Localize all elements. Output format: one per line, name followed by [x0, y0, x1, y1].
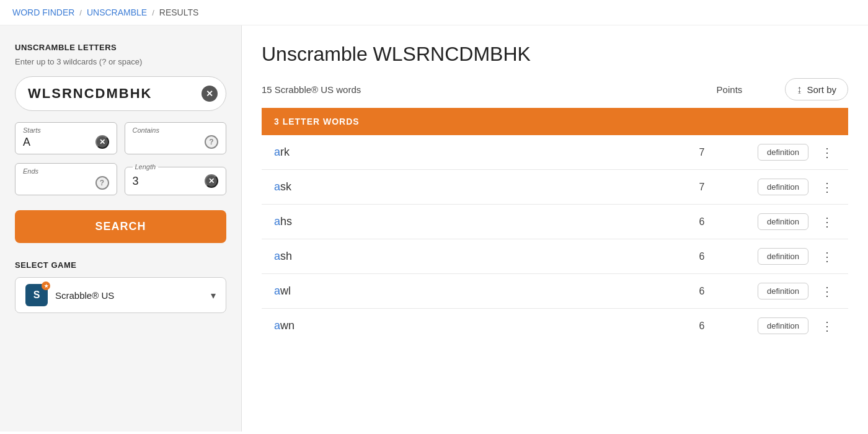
word-table: ark 7 definition ⋮ ask 7 definition ⋮ ah…	[262, 135, 848, 343]
word-actions: definition ⋮	[758, 144, 836, 161]
table-row: awn 6 definition ⋮	[262, 309, 848, 343]
more-options-button[interactable]: ⋮	[818, 285, 836, 298]
points-cell: 6	[646, 321, 758, 332]
contains-label: Contains	[133, 126, 219, 134]
points-cell: 7	[646, 182, 758, 193]
starts-field: Starts A ✕	[15, 122, 117, 154]
word-cell: awn	[274, 319, 646, 332]
word-cell: ahs	[274, 215, 646, 228]
ends-field: Ends ?	[15, 163, 117, 195]
table-row: ask 7 definition ⋮	[262, 170, 848, 205]
word-actions: definition ⋮	[758, 248, 836, 265]
word-actions: definition ⋮	[758, 213, 836, 230]
sidebar: UNSCRAMBLE LETTERS Enter up to 3 wildcar…	[0, 25, 242, 432]
more-options-button[interactable]: ⋮	[818, 250, 836, 263]
points-cell: 6	[646, 286, 758, 297]
game-badge: ★	[42, 281, 50, 290]
sort-label: Sort by	[807, 84, 836, 95]
definition-button[interactable]: definition	[758, 213, 808, 230]
letters-input[interactable]	[15, 76, 226, 111]
word-first-letter: a	[274, 146, 280, 158]
definition-button[interactable]: definition	[758, 179, 808, 195]
contains-field: Contains ?	[125, 122, 227, 154]
definition-button[interactable]: definition	[758, 144, 808, 161]
word-cell: ask	[274, 180, 646, 193]
results-header: 15 Scrabble® US words Points ↨ Sort by	[262, 78, 848, 108]
definition-button[interactable]: definition	[758, 317, 808, 334]
word-rest: hs	[280, 215, 292, 228]
breadcrumb: WORD FINDER / UNSCRAMBLE / RESULTS	[0, 0, 868, 25]
chevron-down-icon: ▾	[211, 290, 216, 301]
results-content: Unscramble WLSRNCDMBHK 15 Scrabble® US w…	[242, 25, 868, 432]
page-title: Unscramble WLSRNCDMBHK	[262, 43, 848, 66]
length-label: Length	[133, 163, 159, 170]
ends-help-button[interactable]: ?	[95, 176, 109, 190]
ends-label: Ends	[23, 167, 109, 175]
sidebar-subtitle: Enter up to 3 wildcards (? or space)	[15, 57, 226, 66]
table-row: ahs 6 definition ⋮	[262, 205, 848, 239]
game-logo: S ★	[25, 284, 48, 306]
word-actions: definition ⋮	[758, 179, 836, 195]
clear-letters-button[interactable]: ✕	[202, 86, 218, 102]
sort-icon: ↨	[797, 84, 802, 95]
word-first-letter: a	[274, 285, 280, 297]
word-first-letter: a	[274, 319, 280, 332]
word-first-letter: a	[274, 250, 280, 262]
more-options-button[interactable]: ⋮	[818, 146, 836, 159]
word-rest: rk	[280, 146, 290, 158]
more-options-button[interactable]: ⋮	[818, 320, 836, 332]
word-cell: ark	[274, 146, 646, 159]
word-first-letter: a	[274, 215, 280, 228]
clear-starts-button[interactable]: ✕	[95, 135, 109, 149]
definition-button[interactable]: definition	[758, 283, 808, 299]
contains-help-button[interactable]: ?	[205, 135, 218, 149]
breadcrumb-sep-1: /	[79, 8, 82, 17]
points-cell: 7	[646, 147, 758, 158]
word-cell: awl	[274, 285, 646, 298]
word-rest: wl	[280, 285, 291, 297]
definition-button[interactable]: definition	[758, 248, 808, 265]
sort-button[interactable]: ↨ Sort by	[785, 78, 848, 100]
points-label: Points	[673, 84, 785, 95]
section-header: 3 LETTER WORDS	[262, 108, 848, 135]
letters-input-wrapper: ✕	[15, 76, 226, 111]
starts-value: A	[23, 136, 30, 149]
length-value: 3	[133, 175, 139, 188]
table-row: ash 6 definition ⋮	[262, 239, 848, 274]
table-row: awl 6 definition ⋮	[262, 274, 848, 309]
word-actions: definition ⋮	[758, 283, 836, 299]
breadcrumb-results: RESULTS	[159, 7, 199, 17]
results-count: 15 Scrabble® US words	[262, 84, 673, 95]
search-button[interactable]: SEARCH	[15, 210, 226, 243]
word-first-letter: a	[274, 180, 280, 193]
more-options-button[interactable]: ⋮	[818, 181, 836, 193]
word-cell: ash	[274, 250, 646, 263]
breadcrumb-unscramble[interactable]: UNSCRAMBLE	[87, 7, 147, 17]
main-layout: UNSCRAMBLE LETTERS Enter up to 3 wildcar…	[0, 25, 868, 432]
starts-contains-row: Starts A ✕ Contains ?	[15, 122, 226, 154]
ends-length-row: Ends ? Length 3 ✕	[15, 163, 226, 195]
sidebar-title: UNSCRAMBLE LETTERS	[15, 43, 226, 52]
points-cell: 6	[646, 216, 758, 228]
word-rest: sk	[280, 180, 291, 193]
table-row: ark 7 definition ⋮	[262, 135, 848, 170]
game-select[interactable]: S ★ Scrabble® US ▾	[15, 277, 226, 313]
select-game-label: SELECT GAME	[15, 260, 226, 270]
starts-label: Starts	[23, 126, 109, 134]
breadcrumb-word-finder[interactable]: WORD FINDER	[12, 7, 74, 17]
clear-length-button[interactable]: ✕	[205, 174, 218, 188]
word-actions: definition ⋮	[758, 317, 836, 334]
word-rest: wn	[280, 319, 294, 332]
more-options-button[interactable]: ⋮	[818, 216, 836, 228]
word-rest: sh	[280, 250, 292, 262]
game-name: Scrabble® US	[55, 290, 203, 301]
length-field: Length 3 ✕	[125, 163, 227, 195]
breadcrumb-sep-2: /	[152, 8, 154, 17]
points-cell: 6	[646, 251, 758, 262]
